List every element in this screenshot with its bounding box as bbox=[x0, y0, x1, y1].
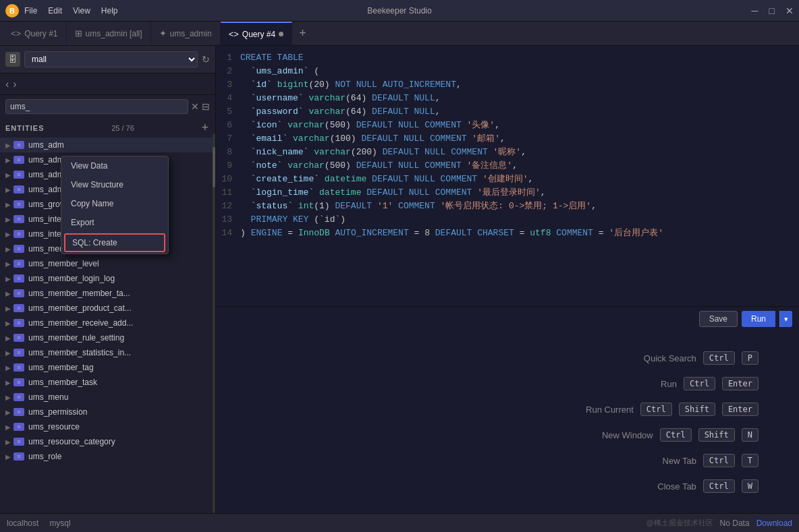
kbd-ctrl: Ctrl bbox=[660, 428, 692, 442]
save-button[interactable]: Save bbox=[699, 311, 738, 327]
context-view-structure[interactable]: View Structure bbox=[61, 175, 168, 194]
entity-name: ums_role bbox=[28, 452, 61, 461]
list-item[interactable]: ▶ ≡ ums_member_task bbox=[0, 375, 215, 390]
search-filter-icon[interactable]: ⊟ bbox=[202, 101, 210, 112]
line-content: CREATE TABLE bbox=[240, 51, 799, 65]
shortcut-label: New Window bbox=[602, 430, 653, 440]
line-content: `ums_admin` ( bbox=[240, 65, 799, 78]
refresh-button[interactable]: ↻ bbox=[202, 54, 210, 65]
db-icon: 🗄 bbox=[5, 52, 20, 67]
table-icon: ⊞ bbox=[75, 28, 82, 38]
list-item[interactable]: ▶ ≡ ums_member_member_ta... bbox=[0, 286, 215, 301]
list-item[interactable]: ▶ ≡ ums_member_product_cat... bbox=[0, 301, 215, 316]
table-type-icon: ≡ bbox=[13, 200, 24, 208]
line-content: `icon` varchar(500) DEFAULT NULL COMMENT… bbox=[240, 119, 799, 132]
search-clear-icon[interactable]: ✕ bbox=[191, 101, 199, 112]
context-copy-name[interactable]: Copy Name bbox=[61, 194, 168, 213]
minimize-button[interactable]: ─ bbox=[752, 5, 759, 16]
shortcut-label: Run Current bbox=[586, 405, 634, 415]
line-number: 3 bbox=[216, 78, 240, 92]
list-item[interactable]: ▶ ≡ ums_member_level bbox=[0, 256, 215, 271]
maximize-button[interactable]: □ bbox=[769, 5, 775, 16]
close-button[interactable]: ✕ bbox=[786, 5, 794, 16]
tab-add-button[interactable]: + bbox=[292, 26, 313, 40]
nav-forward-icon[interactable]: › bbox=[13, 78, 16, 90]
table-type-icon: ≡ bbox=[13, 185, 24, 194]
sidebar-scrollbar[interactable] bbox=[213, 134, 215, 513]
context-export[interactable]: Export bbox=[61, 213, 168, 232]
chevron-right-icon: ▶ bbox=[5, 156, 11, 164]
line-number: 7 bbox=[216, 132, 240, 146]
kbd-t: T bbox=[742, 454, 759, 467]
shortcut-label: Close Tab bbox=[657, 481, 696, 492]
chevron-right-icon: ▶ bbox=[5, 171, 11, 179]
list-item[interactable]: ▶ ≡ ums_role bbox=[0, 449, 215, 464]
line-number: 12 bbox=[216, 200, 240, 213]
code-line: 8 `nick_name` varchar(200) DEFAULT NULL … bbox=[216, 146, 799, 159]
list-item[interactable]: ▶ ≡ ums_member_rule_setting bbox=[0, 330, 215, 345]
list-item[interactable]: ▶ ≡ ums_member_login_log bbox=[0, 271, 215, 286]
list-item[interactable]: ▶ ≡ ums_menu bbox=[0, 390, 215, 405]
line-number: 6 bbox=[216, 119, 240, 132]
table-type-icon: ≡ bbox=[13, 393, 24, 401]
table-type-icon: ≡ bbox=[13, 230, 24, 238]
tab-ums-admin-all[interactable]: ⊞ ums_admin [all] bbox=[67, 22, 151, 45]
entity-name: ums_member_task bbox=[28, 378, 97, 387]
entity-name: ums_adm bbox=[28, 155, 64, 165]
statusbar: localhost mysql @稀土掘金技术社区 No Data Downlo… bbox=[0, 513, 799, 532]
main-layout: 🗄 mall ↻ ‹ › ✕ ⊟ ENTITIES 25 / 76 + ▶ bbox=[0, 46, 799, 513]
line-number: 1 bbox=[216, 51, 240, 65]
chevron-right-icon: ▶ bbox=[5, 275, 11, 283]
kbd-ctrl: Ctrl bbox=[703, 454, 735, 467]
menu-edit[interactable]: Edit bbox=[48, 6, 62, 16]
table-type-icon: ≡ bbox=[13, 452, 24, 461]
search-input[interactable] bbox=[5, 99, 188, 114]
line-content: `create_time` datetime DEFAULT NULL COMM… bbox=[240, 173, 799, 186]
list-item[interactable]: ▶ ≡ ums_member_statistics_in... bbox=[0, 345, 215, 360]
tab-ums-admin-struct[interactable]: ✦ ums_admin bbox=[151, 22, 221, 45]
list-item[interactable]: ▶ ≡ ums_member_tag bbox=[0, 360, 215, 375]
code-editor[interactable]: 1 CREATE TABLE 2 `ums_admin` ( 3 `id` bi… bbox=[216, 46, 799, 306]
chevron-right-icon: ▶ bbox=[5, 201, 11, 208]
watermark-text: @稀土掘金技术社区 bbox=[646, 518, 713, 528]
run-button[interactable]: Run bbox=[742, 311, 775, 327]
menu-file[interactable]: File bbox=[24, 6, 37, 16]
context-view-data[interactable]: View Data bbox=[61, 156, 168, 175]
app-title: Beekeeper Studio bbox=[367, 6, 431, 16]
table-type-icon: ≡ bbox=[13, 438, 24, 446]
menu-view[interactable]: View bbox=[73, 6, 90, 16]
list-item[interactable]: ▶ ≡ ums_member_receive_add... bbox=[0, 316, 215, 330]
table-type-icon: ≡ bbox=[13, 319, 24, 327]
download-button[interactable]: Download bbox=[756, 519, 792, 528]
code-line: 13 PRIMARY KEY (`id`) bbox=[216, 213, 799, 227]
kbd-enter: Enter bbox=[722, 377, 759, 390]
window-controls: ─ □ ✕ bbox=[752, 5, 794, 16]
line-content: `username` varchar(64) DEFAULT NULL, bbox=[240, 92, 799, 105]
list-item[interactable]: ▶ ≡ ums_adm bbox=[0, 138, 215, 152]
tab-query4[interactable]: <> Query #4 bbox=[221, 22, 293, 45]
db-selector: 🗄 mall ↻ bbox=[0, 46, 215, 73]
db-dropdown[interactable]: mall bbox=[24, 51, 198, 67]
search-bar: ✕ ⊟ bbox=[0, 95, 215, 118]
entity-name: ums_member_level bbox=[28, 259, 99, 268]
nav-back-icon[interactable]: ‹ bbox=[5, 78, 9, 90]
code-line: 5 `password` varchar(64) DEFAULT NULL, bbox=[216, 105, 799, 119]
entity-name: ums_adm bbox=[28, 140, 64, 150]
shortcut-label: Quick Search bbox=[644, 353, 696, 363]
list-item[interactable]: ▶ ≡ ums_resource_category bbox=[0, 434, 215, 449]
context-sql-create[interactable]: SQL: Create bbox=[64, 233, 165, 252]
tab-query1[interactable]: <> Query #1 bbox=[3, 22, 67, 45]
entity-name: ums_resource bbox=[28, 422, 80, 432]
kbd-ctrl: Ctrl bbox=[703, 351, 735, 365]
table-type-icon: ≡ bbox=[13, 156, 24, 164]
run-dropdown-button[interactable]: ▾ bbox=[779, 311, 792, 327]
line-number: 9 bbox=[216, 159, 240, 173]
chevron-right-icon: ▶ bbox=[5, 364, 11, 372]
table-type-icon: ≡ bbox=[13, 274, 24, 283]
menu-help[interactable]: Help bbox=[101, 6, 118, 16]
entities-label: ENTITIES bbox=[5, 124, 45, 132]
kbd-ctrl: Ctrl bbox=[640, 403, 672, 416]
list-item[interactable]: ▶ ≡ ums_resource bbox=[0, 419, 215, 434]
list-item[interactable]: ▶ ≡ ums_permission bbox=[0, 405, 215, 419]
entities-add-button[interactable]: + bbox=[201, 121, 209, 135]
